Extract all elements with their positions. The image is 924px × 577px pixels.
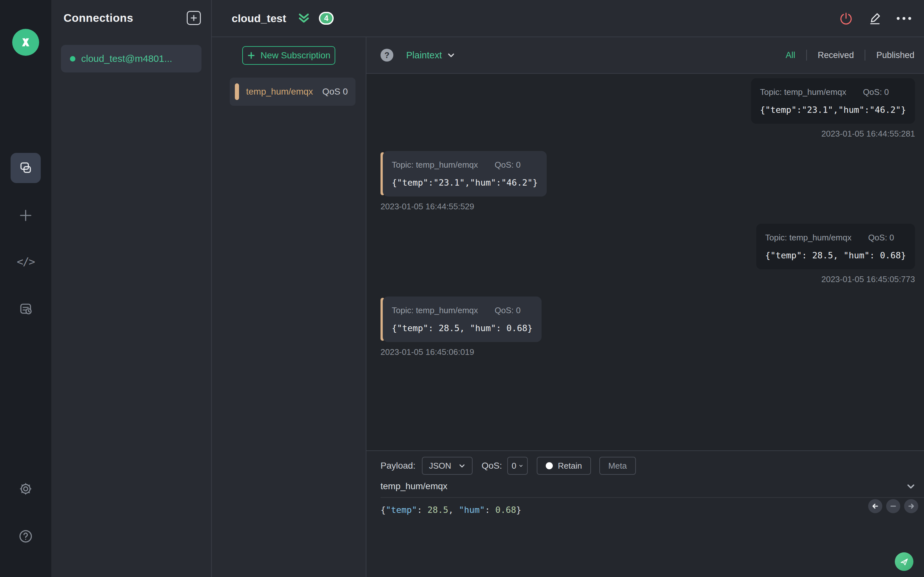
json-number: 0.68 xyxy=(495,505,516,515)
mqttx-logo-icon xyxy=(17,34,34,51)
format-value: Plaintext xyxy=(406,50,442,61)
sidebar-item-script[interactable]: </> xyxy=(11,247,41,277)
unread-count-badge[interactable]: 4 xyxy=(319,12,334,25)
connection-header: cloud_test 4 xyxy=(212,0,924,37)
message-qos: QoS: 0 xyxy=(868,233,894,243)
new-subscription-button[interactable]: New Subscription xyxy=(242,46,335,65)
arrow-left-icon xyxy=(871,502,879,510)
message-bubble[interactable]: Topic: temp_hum/emqx QoS: 0 {"temp":"23.… xyxy=(383,151,547,197)
message-topic: Topic: temp_hum/emqx xyxy=(765,233,851,243)
sidebar-item-settings[interactable] xyxy=(11,474,41,504)
published-message: Topic: temp_hum/emqx QoS: 0 {"temp":"23.… xyxy=(381,78,915,139)
sidebar-item-log[interactable] xyxy=(11,294,41,324)
next-message-button[interactable] xyxy=(904,499,918,513)
log-icon xyxy=(18,301,33,317)
meta-button[interactable]: Meta xyxy=(599,457,636,475)
edit-pencil-icon xyxy=(868,11,882,25)
more-options-button[interactable] xyxy=(897,17,911,20)
edit-connection-button[interactable] xyxy=(868,11,882,25)
chevron-down-icon xyxy=(447,51,455,59)
clear-message-button[interactable] xyxy=(886,499,900,513)
filter-received[interactable]: Received xyxy=(818,50,854,60)
subscription-qos: QoS 0 xyxy=(322,87,348,97)
payload-format-select[interactable]: Plaintext xyxy=(406,50,455,61)
disconnect-button[interactable] xyxy=(839,11,853,25)
chevron-down-icon xyxy=(519,463,523,469)
connection-list-item[interactable]: cloud_test@m4801... xyxy=(61,45,202,73)
subscription-topic: temp_hum/emqx xyxy=(246,87,313,97)
received-message: Topic: temp_hum/emqx QoS: 0 {"temp": 28.… xyxy=(381,297,915,357)
subscription-item[interactable]: temp_hum/emqx QoS 0 xyxy=(230,77,355,106)
retain-dot-icon xyxy=(546,462,553,469)
message-payload: {"temp":"23.1","hum":"46.2"} xyxy=(392,177,538,187)
disconnect-power-icon xyxy=(839,11,853,25)
connections-icon xyxy=(18,160,34,176)
filter-divider xyxy=(865,50,865,61)
qos-value: 0 xyxy=(512,461,516,471)
plus-square-icon xyxy=(190,14,198,22)
received-message: Topic: temp_hum/emqx QoS: 0 {"temp":"23.… xyxy=(381,151,915,211)
message-list[interactable]: Topic: temp_hum/emqx QoS: 0 {"temp":"23.… xyxy=(367,74,924,450)
meta-label: Meta xyxy=(608,461,627,471)
retain-label: Retain xyxy=(558,461,582,471)
qos-dropdown[interactable]: 0 xyxy=(507,457,528,475)
message-bubble[interactable]: Topic: temp_hum/emqx QoS: 0 {"temp": 28.… xyxy=(383,297,541,342)
payload-format-value: JSON xyxy=(429,461,451,471)
prev-message-button[interactable] xyxy=(868,499,882,513)
sidebar-item-help[interactable] xyxy=(11,521,41,551)
mqttx-logo xyxy=(12,29,39,56)
message-filter-tabs: All Received Published xyxy=(786,50,914,61)
new-connection-plus-icon xyxy=(18,208,33,223)
message-timestamp: 2023-01-05 16:44:55:281 xyxy=(821,129,915,139)
message-payload: {"temp": 28.5, "hum": 0.68} xyxy=(392,323,533,333)
json-key: "hum" xyxy=(459,505,485,515)
new-connection-button[interactable] xyxy=(187,11,201,25)
message-timestamp: 2023-01-05 16:45:05:773 xyxy=(821,274,915,284)
connections-panel: Connections cloud_test@m4801... xyxy=(51,0,212,577)
connection-title: cloud_test xyxy=(232,12,286,25)
subscription-color-bar xyxy=(235,83,239,100)
message-qos: QoS: 0 xyxy=(495,306,521,316)
payload-editor[interactable]: {"temp": 28.5, "hum": 0.68} xyxy=(381,505,924,515)
message-bubble[interactable]: Topic: temp_hum/emqx QoS: 0 {"temp":"23.… xyxy=(751,78,915,124)
json-token: : xyxy=(417,505,428,515)
message-topic: Topic: temp_hum/emqx xyxy=(392,306,478,316)
minus-icon xyxy=(889,502,897,510)
messages-region: ? Plaintext All Received Published xyxy=(367,37,924,577)
more-ellipsis-icon xyxy=(897,17,911,20)
filter-all[interactable]: All xyxy=(786,50,795,60)
topic-input[interactable]: temp_hum/emqx xyxy=(381,481,447,492)
sidebar-item-connections[interactable] xyxy=(11,153,41,183)
published-message: Topic: temp_hum/emqx QoS: 0 {"temp": 28.… xyxy=(381,224,915,284)
json-number: 28.5 xyxy=(427,505,448,515)
retain-toggle[interactable]: Retain xyxy=(537,457,591,475)
message-qos: QoS: 0 xyxy=(495,160,521,170)
topic-input-row: temp_hum/emqx xyxy=(381,481,924,498)
app-sidebar: </> xyxy=(0,0,51,577)
json-token: : xyxy=(485,505,495,515)
collapse-panel-chevron-icon[interactable] xyxy=(906,482,916,491)
payload-label: Payload: xyxy=(381,461,415,471)
format-help-icon[interactable]: ? xyxy=(381,49,393,61)
subscriptions-panel: New Subscription temp_hum/emqx QoS 0 xyxy=(212,37,367,577)
message-topic: Topic: temp_hum/emqx xyxy=(760,87,846,97)
connection-name: cloud_test@m4801... xyxy=(81,53,172,64)
new-subscription-label: New Subscription xyxy=(260,50,330,61)
sidebar-item-new-connection[interactable] xyxy=(11,200,41,230)
chevron-down-icon xyxy=(459,462,465,469)
json-key: "temp" xyxy=(386,505,417,515)
qos-label: QoS: xyxy=(481,461,502,471)
help-question-icon xyxy=(18,528,34,544)
arrow-right-icon xyxy=(907,502,915,510)
send-button[interactable] xyxy=(895,552,913,571)
message-timestamp: 2023-01-05 16:44:55:529 xyxy=(381,201,474,211)
filter-published[interactable]: Published xyxy=(876,50,914,60)
message-topic: Topic: temp_hum/emqx xyxy=(392,160,478,170)
message-bubble[interactable]: Topic: temp_hum/emqx QoS: 0 {"temp": 28.… xyxy=(756,224,915,269)
json-token: , xyxy=(448,505,459,515)
json-token: { xyxy=(381,505,386,515)
expand-double-chevron-icon[interactable] xyxy=(297,12,310,25)
payload-format-dropdown[interactable]: JSON xyxy=(422,457,473,475)
connections-title: Connections xyxy=(63,11,133,24)
script-code-icon: </> xyxy=(17,255,34,268)
